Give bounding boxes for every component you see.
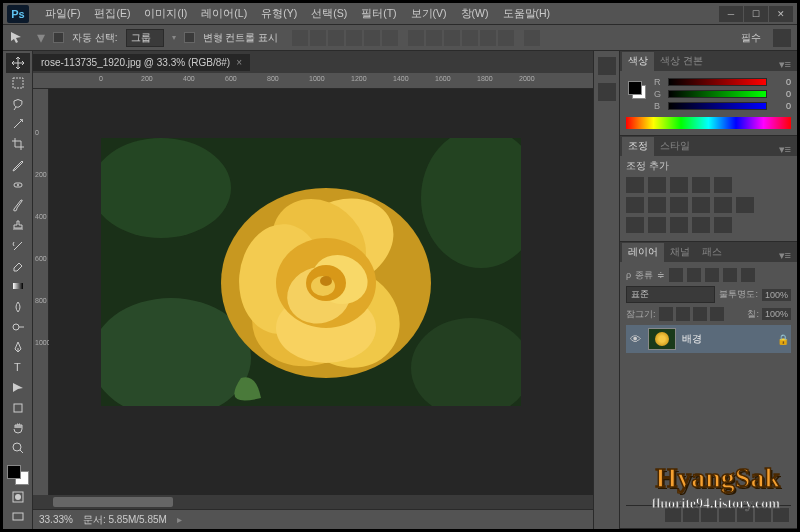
filter-smart-icon[interactable]: [741, 268, 755, 282]
color-tab[interactable]: 색상: [622, 52, 654, 71]
group-icon[interactable]: [737, 508, 753, 522]
adjustment-layer-icon[interactable]: [719, 508, 735, 522]
zoom-level[interactable]: 33.33%: [39, 514, 73, 525]
filter-type-icon[interactable]: [705, 268, 719, 282]
shape-tool[interactable]: [6, 398, 30, 418]
trash-icon[interactable]: [773, 508, 789, 522]
distribute-icon[interactable]: [408, 30, 424, 46]
filter-adj-icon[interactable]: [687, 268, 701, 282]
scroll-thumb[interactable]: [53, 497, 173, 507]
fx-icon[interactable]: [683, 508, 699, 522]
lock-all-icon[interactable]: [710, 307, 724, 321]
mixer-icon[interactable]: [714, 197, 732, 213]
lock-pixel-icon[interactable]: [676, 307, 690, 321]
posterize-icon[interactable]: [648, 217, 666, 233]
document-info[interactable]: 문서: 5.85M/5.85M: [83, 513, 167, 527]
opacity-input[interactable]: 100%: [762, 289, 791, 301]
history-panel-icon[interactable]: [598, 57, 616, 75]
align-icon[interactable]: [364, 30, 380, 46]
align-icon[interactable]: [346, 30, 362, 46]
quickmask-button[interactable]: [6, 487, 30, 507]
vibrance-icon[interactable]: [714, 177, 732, 193]
document-tab[interactable]: rose-113735_1920.jpg @ 33.3% (RGB/8#) ×: [33, 54, 250, 71]
blend-mode-dropdown[interactable]: 표준: [626, 286, 715, 303]
properties-panel-icon[interactable]: [598, 83, 616, 101]
pen-tool[interactable]: [6, 337, 30, 357]
arrange-icon[interactable]: [524, 30, 540, 46]
curves-icon[interactable]: [670, 177, 688, 193]
zoom-tool[interactable]: [6, 438, 30, 458]
blur-tool[interactable]: [6, 296, 30, 316]
lock-position-icon[interactable]: [693, 307, 707, 321]
minimize-button[interactable]: ─: [719, 6, 743, 22]
eraser-tool[interactable]: [6, 256, 30, 276]
screenmode-button[interactable]: [6, 507, 30, 527]
layer-name[interactable]: 배경: [682, 332, 771, 346]
panel-fg-color[interactable]: [628, 81, 642, 95]
gradient-map-icon[interactable]: [692, 217, 710, 233]
path-tool[interactable]: [6, 378, 30, 398]
levels-icon[interactable]: [648, 177, 666, 193]
horizontal-scrollbar[interactable]: [33, 495, 593, 509]
heal-tool[interactable]: [6, 175, 30, 195]
menu-image[interactable]: 이미지(I): [138, 5, 193, 23]
foreground-color[interactable]: [7, 465, 21, 479]
filter-shape-icon[interactable]: [723, 268, 737, 282]
panel-menu-icon[interactable]: ▾≡: [775, 249, 795, 262]
distribute-icon[interactable]: [426, 30, 442, 46]
hand-tool[interactable]: [6, 418, 30, 438]
menu-help[interactable]: 도움말(H): [497, 5, 557, 23]
invert-icon[interactable]: [626, 217, 644, 233]
wand-tool[interactable]: [6, 114, 30, 134]
transform-controls-checkbox[interactable]: [184, 32, 195, 43]
stamp-tool[interactable]: [6, 215, 30, 235]
history-brush-tool[interactable]: [6, 236, 30, 256]
channels-tab[interactable]: 채널: [664, 243, 696, 262]
bw-icon[interactable]: [670, 197, 688, 213]
menu-edit[interactable]: 편집(E): [88, 5, 136, 23]
hue-icon[interactable]: [626, 197, 644, 213]
distribute-icon[interactable]: [462, 30, 478, 46]
visibility-toggle[interactable]: 👁: [628, 332, 642, 346]
menu-layer[interactable]: 레이어(L): [195, 5, 253, 23]
eyedropper-tool[interactable]: [6, 154, 30, 174]
layer-row[interactable]: 👁 배경 🔒: [626, 325, 791, 353]
selective-icon[interactable]: [714, 217, 732, 233]
distribute-icon[interactable]: [444, 30, 460, 46]
menu-filter[interactable]: 필터(T): [355, 5, 402, 23]
lock-transparent-icon[interactable]: [659, 307, 673, 321]
distribute-icon[interactable]: [480, 30, 496, 46]
gradient-tool[interactable]: [6, 276, 30, 296]
adjustments-tab[interactable]: 조정: [622, 137, 654, 156]
green-slider[interactable]: [668, 90, 767, 98]
menu-view[interactable]: 보기(V): [405, 5, 453, 23]
autoselect-dropdown[interactable]: 그룹: [126, 29, 164, 47]
align-icon[interactable]: [328, 30, 344, 46]
link-layers-icon[interactable]: [665, 508, 681, 522]
blue-slider[interactable]: [668, 102, 767, 110]
workspace-button[interactable]: [773, 29, 791, 47]
menu-type[interactable]: 유형(Y): [255, 5, 303, 23]
workspace-dropdown[interactable]: 필수: [733, 29, 769, 47]
align-icon[interactable]: [310, 30, 326, 46]
align-icon[interactable]: [292, 30, 308, 46]
autoselect-checkbox[interactable]: [53, 32, 64, 43]
canvas-viewport[interactable]: [49, 89, 593, 495]
hue-strip[interactable]: [626, 117, 791, 129]
dodge-tool[interactable]: [6, 317, 30, 337]
close-tab-icon[interactable]: ×: [236, 57, 242, 68]
exposure-icon[interactable]: [692, 177, 710, 193]
layer-thumbnail[interactable]: [648, 328, 676, 350]
colorbalance-icon[interactable]: [648, 197, 666, 213]
swatches-tab[interactable]: 색상 견본: [654, 52, 709, 71]
crop-tool[interactable]: [6, 134, 30, 154]
lasso-tool[interactable]: [6, 94, 30, 114]
paths-tab[interactable]: 패스: [696, 243, 728, 262]
color-swatches[interactable]: [5, 463, 31, 487]
menu-file[interactable]: 파일(F): [39, 5, 86, 23]
move-tool[interactable]: [6, 53, 30, 73]
marquee-tool[interactable]: [6, 73, 30, 93]
align-icon[interactable]: [382, 30, 398, 46]
threshold-icon[interactable]: [670, 217, 688, 233]
fill-input[interactable]: 100%: [762, 308, 791, 320]
